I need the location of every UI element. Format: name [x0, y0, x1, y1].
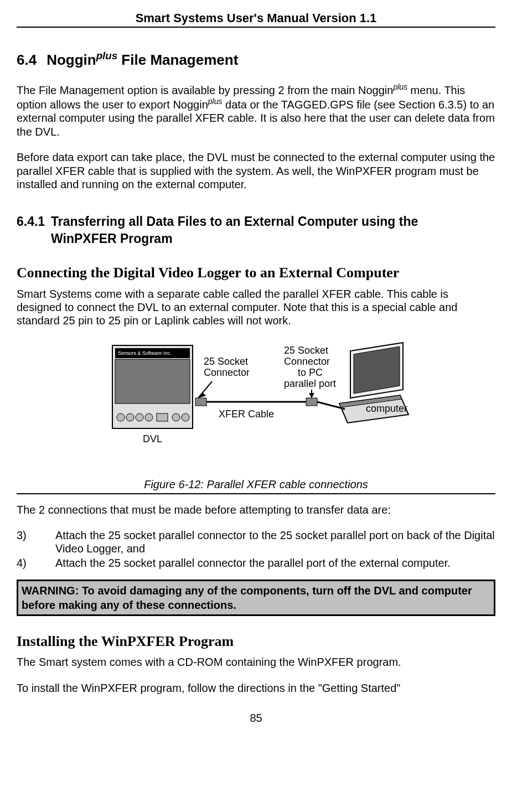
svg-text:XFER Cable: XFER Cable [219, 408, 274, 420]
figure-caption: Figure 6-12: Parallel XFER cable connect… [17, 478, 495, 494]
page-header: Smart Systems User's Manual Version 1.1 [17, 11, 495, 28]
svg-point-9 [172, 413, 180, 421]
subsection-title: Transferring all Data Files to an Extern… [51, 213, 472, 247]
svg-marker-27 [354, 346, 400, 394]
paragraph-1: The File Management option is available … [17, 82, 495, 138]
svg-point-5 [126, 413, 134, 421]
section-super: plus [96, 50, 117, 61]
section-rest: File Management [117, 51, 238, 68]
para1-sup2: plus [208, 97, 223, 106]
subsection-heading: 6.4.1Transferring all Data Files to an E… [17, 213, 495, 247]
paragraph-5: The Smart system comes with a CD-ROM con… [17, 655, 495, 669]
serif-heading-connecting: Connecting the Digital Video Logger to a… [17, 264, 495, 281]
svg-text:computer: computer [366, 403, 407, 414]
warning-box: WARNING: To avoid damaging any of the co… [17, 580, 495, 616]
page-number: 85 [17, 711, 495, 725]
paragraph-2: Before data export can take place, the D… [17, 151, 495, 191]
svg-text:parallel port: parallel port [284, 378, 336, 389]
xfer-cable-diagram-svg: Sensors & Software Inc. DVL 25 Socket Co… [101, 340, 411, 456]
svg-text:25 Socket: 25 Socket [204, 356, 248, 367]
list-item-4: 4) Attach the 25 socket parallel connect… [17, 556, 495, 570]
svg-rect-3 [115, 359, 190, 404]
svg-point-10 [182, 413, 189, 421]
svg-marker-25 [309, 393, 314, 398]
svg-rect-8 [157, 413, 168, 421]
svg-text:Sensors & Software Inc.: Sensors & Software Inc. [118, 350, 172, 356]
figure-diagram: Sensors & Software Inc. DVL 25 Socket Co… [17, 340, 495, 494]
para1-a: The File Management option is available … [17, 84, 393, 96]
svg-text:DVL: DVL [143, 433, 162, 444]
list-text: Attach the 25 socket parallel connector … [55, 556, 495, 570]
paragraph-3: Smart Systems come with a separate cable… [17, 287, 495, 328]
section-number: 6.4 [17, 51, 37, 68]
list-text: Attach the 25 socket parallel connector … [55, 529, 495, 555]
svg-text:Connector: Connector [204, 367, 250, 378]
list-number: 3) [17, 529, 55, 555]
list-item-3: 3) Attach the 25 socket parallel connect… [17, 529, 495, 555]
section-brand: Noggin [46, 51, 96, 68]
svg-point-6 [136, 413, 143, 421]
svg-point-4 [117, 413, 125, 421]
list-number: 4) [17, 556, 55, 570]
svg-marker-15 [198, 392, 206, 398]
section-heading: 6.4Nogginplus File Management [17, 50, 495, 69]
svg-rect-16 [195, 398, 206, 406]
para1-sup1: plus [393, 82, 407, 91]
svg-text:to PC: to PC [298, 367, 323, 378]
serif-heading-installing: Installing the WinPXFER Program [17, 633, 495, 650]
svg-text:Connector: Connector [284, 356, 330, 367]
svg-point-7 [145, 413, 153, 421]
subsection-number: 6.4.1 [17, 213, 51, 230]
svg-rect-18 [306, 398, 317, 406]
paragraph-4: The 2 connections that must be made befo… [17, 503, 495, 516]
paragraph-6: To install the WinPXFER program, follow … [17, 681, 495, 695]
svg-text:25 Socket: 25 Socket [284, 345, 328, 356]
